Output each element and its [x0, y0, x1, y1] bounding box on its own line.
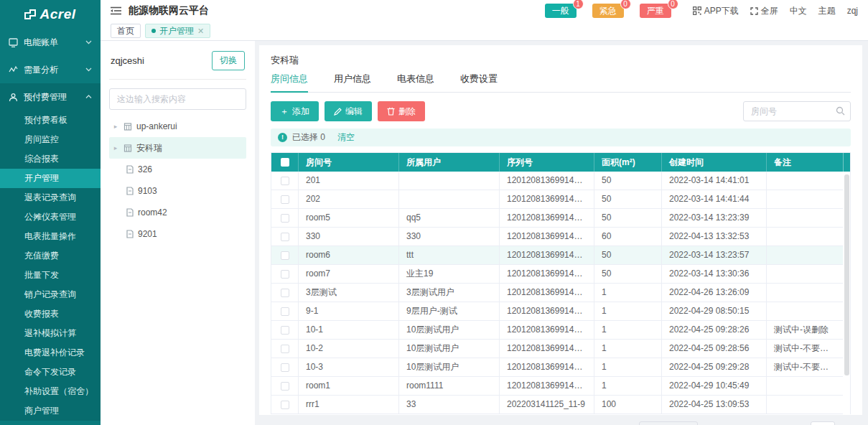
caret-right-icon[interactable]: ▸ [112, 123, 119, 130]
tab-电表信息[interactable]: 电表信息 [397, 73, 434, 92]
cell-房间号: 330 [299, 228, 399, 246]
tab-用户信息[interactable]: 用户信息 [334, 73, 371, 92]
alarm-badge-severe[interactable]: 严重0 [640, 4, 671, 18]
cell-所属用户: 业主19 [399, 265, 500, 283]
search-icon[interactable] [836, 106, 845, 116]
tab-收费设置[interactable]: 收费设置 [460, 73, 498, 92]
row-checkbox[interactable] [281, 307, 289, 316]
clear-selection-link[interactable]: 清空 [337, 131, 355, 144]
table-row[interactable]: 10-110层测试用户12012081369914_3_3312022-04-2… [271, 321, 843, 340]
sidebar-menu-label: 电能账单 [24, 37, 80, 49]
language-label: 中文 [790, 5, 807, 17]
table-row[interactable]: room7业主1912012081369914_3_19502022-03-14… [271, 265, 843, 284]
theme-switch[interactable]: 主题 [818, 5, 836, 17]
alarm-count-badge: 1 [573, 0, 584, 9]
row-checkbox[interactable] [281, 233, 289, 241]
table-row[interactable]: 20112012081369914_3_20502022-03-14 14:41… [271, 172, 843, 190]
cell-创建时间: 2022-03-14 13:23:39 [662, 209, 767, 227]
language-switch[interactable]: 中文 [790, 5, 807, 17]
row-checkbox[interactable] [281, 270, 289, 279]
tree-node-9201[interactable]: 9201 [109, 223, 246, 245]
tree-node-安科瑞[interactable]: ▸安科瑞 [109, 137, 246, 159]
row-checkbox[interactable] [281, 251, 289, 260]
cell-创建时间: 2022-03-14 13:30:36 [662, 265, 767, 283]
sidebar-item-4[interactable]: 退表记录查询 [0, 188, 101, 207]
sidebar-item-2[interactable]: 综合报表 [0, 149, 101, 169]
sidebar-item-3[interactable]: 开户管理 [0, 169, 101, 188]
cell-面积(m²): 1 [594, 340, 662, 358]
breadcrumb-tab-home[interactable]: 首页 [111, 24, 141, 38]
header-checkbox-cell [271, 153, 299, 172]
close-icon[interactable]: ✕ [197, 27, 204, 35]
sidebar-item-12[interactable]: 电费退补价记录 [0, 343, 101, 363]
room-icon [126, 187, 134, 195]
sidebar-item-13[interactable]: 命令下发记录 [0, 363, 101, 382]
sidebar-item-10[interactable]: 收费报表 [0, 304, 101, 324]
table-row[interactable]: room1room111112012081369914_3_112022-04-… [271, 377, 843, 396]
switch-button[interactable]: 切换 [212, 51, 245, 70]
tab-房间信息[interactable]: 房间信息 [271, 73, 308, 92]
app-download-link[interactable]: APP下载 [693, 5, 739, 17]
tree-node-up-ankerui[interactable]: ▸up-ankerui [109, 116, 246, 137]
sidebar-item-1[interactable]: 房间监控 [0, 130, 101, 149]
cell-序列号: 12012081369914_3_34 [500, 340, 594, 358]
alarm-badge-normal[interactable]: 一般1 [545, 4, 577, 18]
row-checkbox[interactable] [281, 326, 289, 335]
row-checkbox[interactable] [281, 289, 289, 297]
row-checkbox[interactable] [281, 345, 289, 353]
goto-page-input[interactable] [811, 421, 835, 425]
cell-所属用户: 9层用户-测试 [399, 302, 500, 320]
row-checkbox[interactable] [281, 195, 289, 204]
cell-序列号: 12012081369914_3_29 [500, 302, 594, 320]
table-row[interactable]: 10-310层测试用户12012081369914_3_3512022-04-2… [271, 358, 843, 377]
caret-right-icon[interactable]: ▸ [112, 144, 119, 151]
sidebar-menu-demand[interactable]: 需量分析 [0, 56, 101, 83]
page-size-select[interactable]: 15条/页 [639, 421, 698, 425]
breadcrumb-tab-active[interactable]: 开户管理 ✕ [145, 24, 210, 38]
room-search-input[interactable] [743, 101, 851, 121]
alarm-badge-urgent[interactable]: 紧急0 [592, 4, 624, 18]
tree-node-9103[interactable]: 9103 [109, 180, 246, 202]
sidebar-item-15[interactable]: 商户管理 [0, 401, 101, 421]
row-checkbox[interactable] [281, 401, 289, 409]
tree-search-input[interactable] [109, 88, 246, 110]
row-checkbox[interactable] [281, 214, 289, 223]
sidebar-item-11[interactable]: 退补模拟计算 [0, 324, 101, 343]
tree-node-326[interactable]: 326 [109, 159, 246, 180]
sidebar-item-0[interactable]: 预付费看板 [0, 111, 101, 130]
table-row[interactable]: 9-19层用户-测试12012081369914_3_2912022-04-29… [271, 302, 843, 321]
add-button[interactable]: ＋ 添加 [271, 101, 319, 121]
cell-序列号: 12012081369914_3_1 [500, 377, 594, 395]
table-row[interactable]: 3层测试3层测试用户12012081369914_3_3612022-04-26… [271, 284, 843, 302]
topbar-right: 一般1紧急0严重0 APP下载 全屏 中文 主题 [545, 4, 858, 18]
tree-node-label: 9103 [138, 186, 157, 196]
delete-button[interactable]: 删除 [378, 101, 425, 121]
tree-node-room42[interactable]: room42 [109, 202, 246, 223]
table-row[interactable]: room6ttt12012081369914_3_16502022-03-14 … [271, 246, 843, 265]
edit-button[interactable]: 编辑 [325, 101, 372, 121]
sidebar-item-6[interactable]: 电表批量操作 [0, 227, 101, 246]
sidebar-item-7[interactable]: 充值缴费 [0, 246, 101, 266]
sidebar-item-5[interactable]: 公摊仪表管理 [0, 207, 101, 227]
user-menu[interactable]: zqj [847, 6, 858, 16]
fullscreen-button[interactable]: 全屏 [750, 5, 778, 17]
sidebar-menu-prepaid[interactable]: 预付费管理 [0, 83, 101, 111]
sidebar-item-8[interactable]: 批量下发 [0, 266, 101, 285]
table-row[interactable]: rrr133202203141125_11-91002022-04-25 13:… [271, 396, 843, 414]
row-checkbox[interactable] [281, 382, 289, 391]
collapse-menu-icon[interactable] [111, 6, 121, 15]
sidebar-item-9[interactable]: 销户记录查询 [0, 285, 101, 304]
table-body: 20112012081369914_3_20502022-03-14 14:41… [271, 172, 843, 414]
select-all-checkbox[interactable] [281, 158, 289, 167]
table-row[interactable]: 10-210层测试用户12012081369914_3_3412022-04-2… [271, 340, 843, 358]
table-row[interactable]: room5qq512012081369914_3_13502022-03-14 … [271, 209, 843, 228]
cell-面积(m²): 1 [594, 377, 662, 395]
row-checkbox[interactable] [281, 177, 289, 185]
sidebar-item-14[interactable]: 补助设置（宿舍） [0, 382, 101, 401]
room-search [743, 101, 851, 121]
table-row[interactable]: 33033012012081369914_3_30602022-04-13 13… [271, 228, 843, 246]
sidebar-menu-bill[interactable]: 电能账单 [0, 29, 101, 56]
table-scrollbar[interactable] [844, 174, 849, 375]
table-row[interactable]: 20212012081369914_3_21502022-03-14 14:41… [271, 190, 843, 209]
row-checkbox[interactable] [281, 363, 289, 372]
